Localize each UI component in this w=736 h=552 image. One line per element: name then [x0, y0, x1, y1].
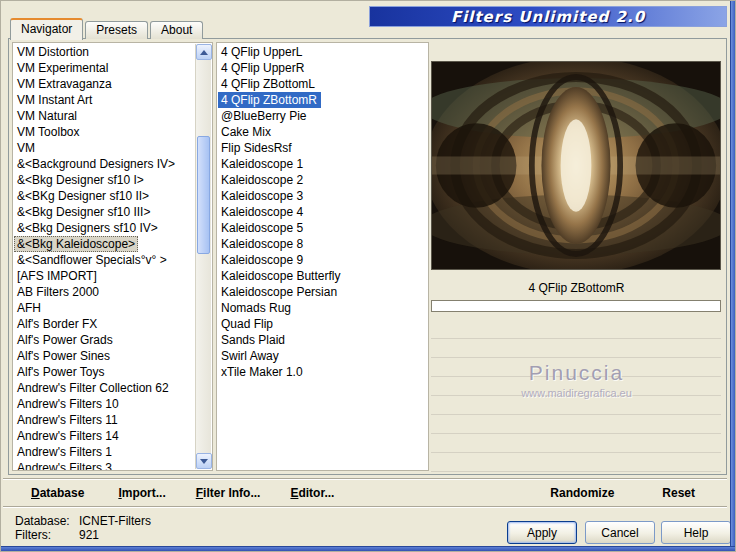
- category-item[interactable]: &<Bkg Designer sf10 III>: [14, 204, 195, 220]
- parameter-row: [431, 453, 721, 472]
- category-item[interactable]: AB Filters 2000: [14, 284, 195, 300]
- filter-item[interactable]: Nomads Rug: [218, 300, 427, 316]
- navigator-tab-page: VM DistortionVM ExperimentalVM Extravaga…: [8, 38, 727, 475]
- randomize-button[interactable]: Randomize: [550, 486, 614, 500]
- tab-navigator[interactable]: Navigator: [10, 18, 83, 40]
- filter-item[interactable]: xTile Maker 1.0: [218, 364, 427, 380]
- database-button[interactable]: Database: [31, 486, 84, 500]
- category-item[interactable]: AFH: [14, 300, 195, 316]
- selected-filter-name: 4 QFlip ZBottomR: [429, 280, 724, 296]
- category-item[interactable]: Alf's Power Toys: [14, 364, 195, 380]
- category-item[interactable]: &<Bkg Designers sf10 IV>: [14, 220, 195, 236]
- category-item[interactable]: Alf's Power Grads: [14, 332, 195, 348]
- category-item[interactable]: VM Distortion: [14, 44, 195, 60]
- category-item[interactable]: Andrew's Filter Collection 62: [14, 380, 195, 396]
- tab-strip: Navigator Presets About: [10, 17, 205, 39]
- filter-item[interactable]: Quad Flip: [218, 316, 427, 332]
- parameter-row: [431, 320, 721, 339]
- category-item[interactable]: &<Background Designers IV>: [14, 156, 195, 172]
- down-arrow-icon: [200, 459, 208, 464]
- window-border-right: [730, 1, 735, 551]
- category-list: VM DistortionVM ExperimentalVM Extravaga…: [12, 42, 213, 471]
- tab-presets[interactable]: Presets: [85, 21, 148, 39]
- category-item[interactable]: VM Experimental: [14, 60, 195, 76]
- category-scrollbar[interactable]: [195, 44, 211, 469]
- category-item[interactable]: Andrew's Filters 1: [14, 444, 195, 460]
- filter-item[interactable]: 4 QFlip ZBottomL: [218, 76, 427, 92]
- category-item[interactable]: Andrew's Filters 11: [14, 412, 195, 428]
- editor-button[interactable]: Editor...: [290, 486, 334, 500]
- parameter-row: [431, 377, 721, 396]
- title-banner: Filters Unlimited 2.0: [369, 6, 727, 27]
- filter-item[interactable]: Cake Mix: [218, 124, 427, 140]
- filter-item[interactable]: Kaleidoscope Persian: [218, 284, 427, 300]
- help-button[interactable]: Help: [661, 521, 731, 544]
- filter-item[interactable]: Swirl Away: [218, 348, 427, 364]
- category-item[interactable]: VM Instant Art: [14, 92, 195, 108]
- category-item[interactable]: Andrew's Filters 14: [14, 428, 195, 444]
- preview-image: [431, 61, 721, 270]
- window-title: Filters Unlimited 2.0: [451, 8, 645, 26]
- category-item[interactable]: Andrew's Filters 3: [14, 460, 195, 471]
- category-item[interactable]: VM Natural: [14, 108, 195, 124]
- category-item[interactable]: Andrew's Filters 10: [14, 396, 195, 412]
- category-item[interactable]: VM: [14, 140, 195, 156]
- category-item[interactable]: VM Extravaganza: [14, 76, 195, 92]
- filter-item[interactable]: 4 QFlip UpperR: [218, 60, 427, 76]
- parameter-row: [431, 415, 721, 434]
- filter-item[interactable]: Kaleidoscope 4: [218, 204, 427, 220]
- scroll-up-button[interactable]: [196, 44, 212, 60]
- category-item[interactable]: VM Toolbox: [14, 124, 195, 140]
- parameter-row: [431, 358, 721, 377]
- preview-panel: 4 QFlip ZBottomR Pinuccia www.maidiregra…: [429, 41, 724, 472]
- filter-item[interactable]: Kaleidoscope Butterfly: [218, 268, 427, 284]
- parameter-row: [431, 339, 721, 358]
- cancel-button[interactable]: Cancel: [585, 521, 655, 544]
- parameter-row: [431, 396, 721, 415]
- separator: [3, 506, 727, 508]
- filters-count-label: Filters:: [15, 528, 79, 542]
- database-label: Database:: [15, 514, 79, 528]
- database-value: ICNET-Filters: [79, 514, 151, 528]
- filter-item[interactable]: Kaleidoscope 9: [218, 252, 427, 268]
- scroll-thumb[interactable]: [197, 136, 210, 254]
- filter-item[interactable]: Kaleidoscope 3: [218, 188, 427, 204]
- filter-item[interactable]: 4 QFlip UpperL: [218, 44, 427, 60]
- window-border-bottom: [1, 546, 735, 551]
- category-item[interactable]: &<Sandflower Specials°v° >: [14, 252, 195, 268]
- preview-slider[interactable]: [431, 300, 721, 312]
- reset-button[interactable]: Reset: [662, 486, 695, 500]
- import-button[interactable]: Import...: [118, 486, 165, 500]
- filter-info-button[interactable]: Filter Info...: [196, 486, 261, 500]
- category-item[interactable]: Alf's Power Sines: [14, 348, 195, 364]
- filter-item[interactable]: Kaleidoscope 1: [218, 156, 427, 172]
- up-arrow-icon: [200, 50, 208, 55]
- filter-item[interactable]: Flip SidesRsf: [218, 140, 427, 156]
- scroll-down-button[interactable]: [196, 453, 212, 469]
- parameter-rows: [431, 320, 721, 472]
- apply-button[interactable]: Apply: [507, 521, 577, 544]
- status-info: Database:ICNET-Filters Filters:921: [15, 514, 151, 542]
- tab-about[interactable]: About: [150, 21, 203, 39]
- parameter-row: [431, 434, 721, 453]
- separator: [3, 478, 727, 480]
- filter-item[interactable]: Kaleidoscope 8: [218, 236, 427, 252]
- filter-item[interactable]: Sands Plaid: [218, 332, 427, 348]
- category-item[interactable]: Alf's Border FX: [14, 316, 195, 332]
- category-item[interactable]: &<Bkg Kaleidoscope>: [14, 236, 138, 252]
- category-item[interactable]: &<Bkg Designer sf10 I>: [14, 172, 195, 188]
- category-item[interactable]: [AFS IMPORT]: [14, 268, 195, 284]
- filters-count-value: 921: [79, 528, 99, 542]
- filter-item[interactable]: Kaleidoscope 2: [218, 172, 427, 188]
- filters-unlimited-dialog: Filters Unlimited 2.0 Navigator Presets …: [0, 0, 736, 552]
- filter-item[interactable]: 4 QFlip ZBottomR: [218, 92, 321, 108]
- filter-list: 4 QFlip UpperL4 QFlip UpperR4 QFlip ZBot…: [216, 42, 429, 471]
- filter-item[interactable]: Kaleidoscope 5: [218, 220, 427, 236]
- category-item[interactable]: &<BKg Designer sf10 II>: [14, 188, 195, 204]
- filter-item[interactable]: @BlueBerry Pie: [218, 108, 427, 124]
- toolbar: Database Import... Filter Info... Editor…: [9, 481, 723, 505]
